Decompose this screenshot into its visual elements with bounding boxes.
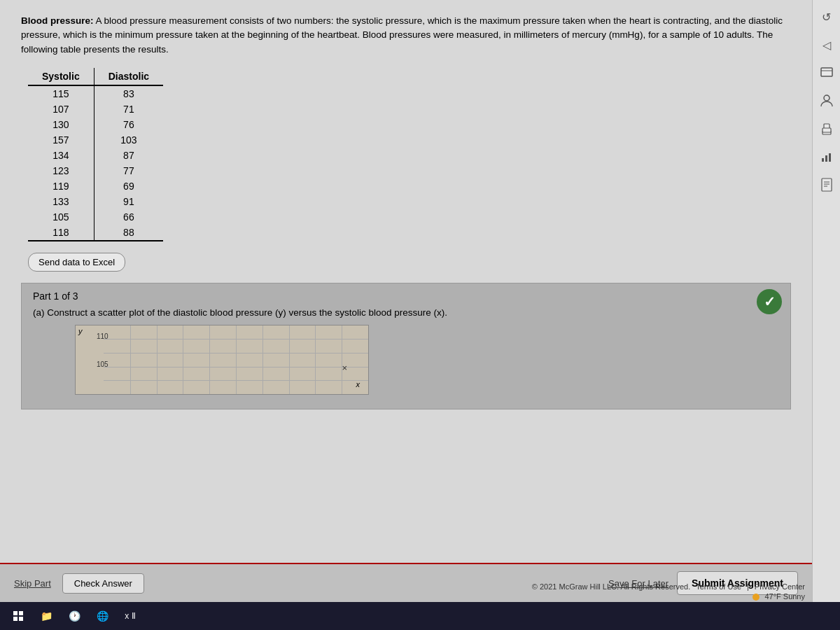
svg-rect-7 — [825, 155, 827, 162]
footer-info: © 2021 McGraw Hill LLC. All Rights Reser… — [532, 582, 805, 601]
cell-diastolic: 91 — [94, 194, 163, 209]
table-row: 10771 — [28, 102, 163, 117]
svg-rect-6 — [822, 158, 824, 162]
table-row: 13391 — [28, 194, 163, 209]
cell-systolic: 123 — [28, 163, 94, 178]
taskbar-folder[interactable]: 📁 — [35, 605, 57, 627]
table-row: 12377 — [28, 163, 163, 178]
table-row: 11969 — [28, 178, 163, 194]
taskbar-clock[interactable]: 🕐 — [63, 605, 85, 627]
svg-rect-9 — [822, 178, 832, 191]
table-row: 10566 — [28, 209, 163, 225]
cell-systolic: 130 — [28, 117, 94, 132]
taskbar: 📁 🕐 🌐 x Ⅱ — [0, 602, 840, 630]
cell-systolic: 107 — [28, 102, 94, 117]
excel-button[interactable]: Send data to Excel — [28, 253, 125, 272]
cell-systolic: 157 — [28, 132, 94, 148]
main-content: Blood pressure: A blood pressure measure… — [0, 0, 812, 602]
skip-part-button[interactable]: Skip Part — [14, 578, 51, 589]
svg-rect-13 — [13, 611, 18, 615]
table-row: 157103 — [28, 132, 163, 148]
svg-point-2 — [824, 95, 830, 101]
table-row: 11583 — [28, 85, 163, 102]
grid-lines — [104, 326, 368, 394]
taskbar-start[interactable] — [7, 605, 29, 627]
table-row: 13076 — [28, 117, 163, 132]
y-axis-label: y — [78, 327, 83, 335]
cell-systolic: 133 — [28, 194, 94, 209]
cell-systolic: 118 — [28, 225, 94, 241]
scatter-x-marker: × — [342, 363, 347, 373]
svg-rect-5 — [822, 128, 831, 132]
cell-diastolic: 87 — [94, 148, 163, 163]
document-icon[interactable] — [817, 175, 836, 195]
cell-systolic: 115 — [28, 85, 94, 102]
data-table: Systolic Diastolic 115831077113076157103… — [28, 68, 163, 241]
part-section: Part 1 of 3 ✓ (a) Construct a scatter pl… — [21, 283, 791, 410]
action-left: Skip Part Check Answer — [14, 573, 144, 594]
footer-links: © 2021 McGraw Hill LLC. All Rights Reser… — [532, 582, 805, 591]
privacy-link[interactable]: Privacy Center — [755, 582, 805, 591]
refresh-icon[interactable]: ↺ — [817, 7, 836, 27]
check-answer-button[interactable]: Check Answer — [62, 573, 144, 594]
part-question: (a) Construct a scatter plot of the dias… — [33, 307, 779, 318]
taskbar-globe[interactable]: 🌐 — [91, 605, 113, 627]
x-axis-label: x — [356, 380, 360, 388]
svg-rect-16 — [19, 617, 23, 621]
back-icon[interactable]: ◁ — [817, 35, 836, 55]
cell-diastolic: 88 — [94, 225, 163, 241]
cell-diastolic: 103 — [94, 132, 163, 148]
cell-diastolic: 66 — [94, 209, 163, 225]
cell-diastolic: 71 — [94, 102, 163, 117]
footer-divider: | — [747, 582, 749, 591]
col-header-diastolic: Diastolic — [94, 68, 163, 85]
svg-rect-0 — [821, 68, 832, 76]
svg-rect-15 — [13, 617, 18, 621]
print-icon[interactable] — [817, 119, 836, 139]
right-sidebar: ↺ ◁ — [812, 0, 840, 602]
cell-diastolic: 83 — [94, 85, 163, 102]
cell-systolic: 134 — [28, 148, 94, 163]
checkmark-icon: ✓ — [757, 289, 782, 314]
svg-rect-14 — [19, 611, 23, 615]
problem-text: Blood pressure: A blood pressure measure… — [21, 14, 791, 57]
cell-diastolic: 76 — [94, 117, 163, 132]
terms-link[interactable]: Terms of Use — [696, 582, 741, 591]
cell-systolic: 119 — [28, 178, 94, 194]
weather-dot-icon — [752, 594, 760, 601]
table-row: 13487 — [28, 148, 163, 163]
svg-rect-8 — [829, 153, 831, 162]
scatter-container: y 110 105 — [75, 325, 779, 395]
person-icon[interactable] — [817, 63, 836, 83]
cell-systolic: 105 — [28, 209, 94, 225]
weather-text: 47°F Sunny — [764, 592, 805, 601]
cell-diastolic: 77 — [94, 163, 163, 178]
problem-bold: Blood pressure: — [21, 15, 94, 26]
weather-info: 47°F Sunny — [532, 592, 805, 601]
table-row: 11888 — [28, 225, 163, 241]
user-icon[interactable] — [817, 91, 836, 111]
chart-icon[interactable] — [817, 147, 836, 167]
taskbar-input[interactable]: x Ⅱ — [119, 605, 141, 627]
cell-diastolic: 69 — [94, 178, 163, 194]
part-label: Part 1 of 3 — [33, 290, 779, 302]
col-header-systolic: Systolic — [28, 68, 94, 85]
copyright-text: © 2021 McGraw Hill LLC. All Rights Reser… — [532, 582, 690, 591]
scatter-plot[interactable]: y 110 105 — [75, 325, 369, 395]
